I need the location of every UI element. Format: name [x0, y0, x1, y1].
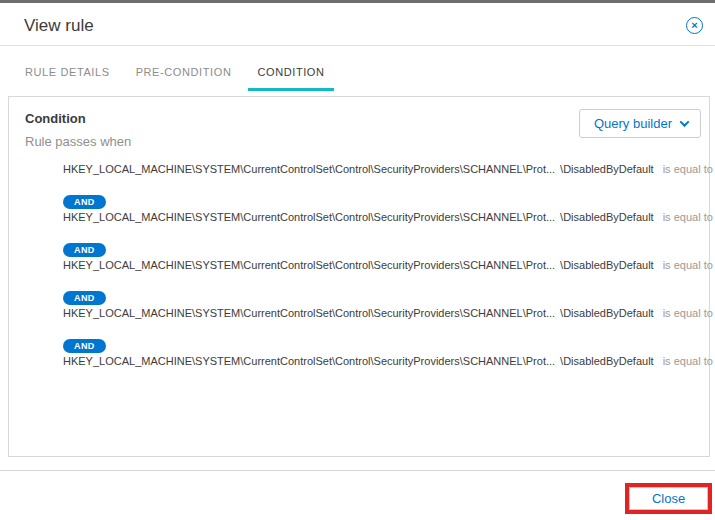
rule-passes-when-label: Rule passes when — [25, 134, 131, 149]
query-builder-label: Query builder — [594, 116, 672, 131]
tab-rule-details[interactable]: RULE DETAILS — [16, 58, 119, 91]
registry-path: HKEY_LOCAL_MACHINE\SYSTEM\CurrentControl… — [63, 259, 555, 271]
footer-divider — [0, 470, 715, 471]
highlight-annotation: Close — [625, 483, 712, 514]
condition-row: HKEY_LOCAL_MACHINE\SYSTEM\CurrentControl… — [63, 305, 709, 321]
close-button[interactable]: Close — [629, 487, 708, 510]
close-icon[interactable]: × — [686, 17, 703, 34]
chevron-down-icon — [680, 117, 690, 127]
registry-path: HKEY_LOCAL_MACHINE\SYSTEM\CurrentControl… — [63, 355, 555, 367]
view-rule-modal: View rule × RULE DETAILS PRE-CONDITION C… — [0, 0, 715, 520]
comparator: is equal to — [663, 211, 713, 223]
registry-path: HKEY_LOCAL_MACHINE\SYSTEM\CurrentControl… — [63, 211, 555, 223]
registry-value-name: \DisabledByDefault — [560, 211, 654, 223]
and-operator-badge: AND — [63, 339, 106, 353]
condition-row: HKEY_LOCAL_MACHINE\SYSTEM\CurrentControl… — [63, 209, 709, 225]
and-operator-badge: AND — [63, 243, 106, 257]
modal-header: View rule × — [0, 3, 715, 46]
registry-value-name: \DisabledByDefault — [560, 259, 654, 271]
comparator: is equal to — [663, 307, 713, 319]
tab-bar: RULE DETAILS PRE-CONDITION CONDITION — [0, 47, 715, 91]
registry-path: HKEY_LOCAL_MACHINE\SYSTEM\CurrentControl… — [63, 307, 555, 319]
condition-rows: HKEY_LOCAL_MACHINE\SYSTEM\CurrentControl… — [63, 161, 709, 369]
condition-header-text: Condition Rule passes when — [25, 109, 131, 149]
tab-condition[interactable]: CONDITION — [248, 58, 333, 91]
comparator: is equal to — [663, 355, 713, 367]
registry-value-name: \DisabledByDefault — [560, 307, 654, 319]
page-title: View rule — [24, 16, 94, 36]
comparator: is equal to — [663, 259, 713, 271]
and-operator-badge: AND — [63, 291, 106, 305]
and-operator-badge: AND — [63, 195, 106, 209]
condition-row: HKEY_LOCAL_MACHINE\SYSTEM\CurrentControl… — [63, 353, 709, 369]
condition-heading: Condition — [25, 109, 131, 126]
condition-row: HKEY_LOCAL_MACHINE\SYSTEM\CurrentControl… — [63, 257, 709, 273]
comparator: is equal to — [663, 163, 713, 175]
condition-row: HKEY_LOCAL_MACHINE\SYSTEM\CurrentControl… — [63, 161, 709, 177]
condition-panel-header: Condition Rule passes when Query builder — [9, 97, 709, 149]
condition-panel: Condition Rule passes when Query builder… — [8, 96, 710, 457]
registry-path: HKEY_LOCAL_MACHINE\SYSTEM\CurrentControl… — [63, 163, 555, 175]
registry-value-name: \DisabledByDefault — [560, 163, 654, 175]
query-builder-button[interactable]: Query builder — [579, 109, 701, 138]
tab-pre-condition[interactable]: PRE-CONDITION — [127, 58, 241, 91]
registry-value-name: \DisabledByDefault — [560, 355, 654, 367]
